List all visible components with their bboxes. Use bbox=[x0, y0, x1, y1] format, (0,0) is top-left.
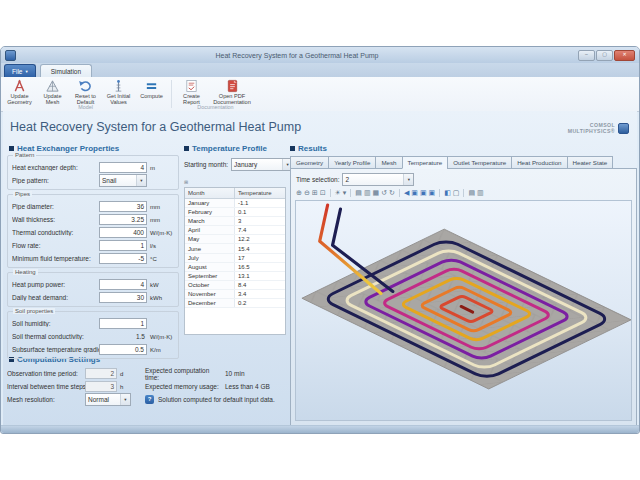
pipe-diameter-input[interactable]: 36 bbox=[99, 201, 147, 212]
heat-pump-power-input[interactable]: 4 bbox=[99, 279, 147, 290]
show-grid-icon[interactable]: ▣ bbox=[411, 189, 418, 197]
wall-thickness-input[interactable]: 3.25 bbox=[99, 214, 147, 225]
transparency-icon[interactable]: ▢ bbox=[453, 189, 460, 197]
temperature-cell[interactable]: 16.5 bbox=[235, 264, 285, 270]
reset-to-default-button[interactable]: Reset to Default bbox=[69, 78, 102, 106]
ribbon-group-label: Model bbox=[3, 104, 168, 110]
section-bullet-icon bbox=[184, 146, 189, 151]
temperature-cell[interactable]: 15.4 bbox=[235, 246, 285, 252]
toolbar-separator bbox=[350, 189, 351, 197]
ribbon-group-label: Documentation bbox=[175, 104, 256, 110]
pipe-pattern-select[interactable]: Snail▾ bbox=[99, 174, 147, 187]
view-zx-icon[interactable]: ▦ bbox=[373, 189, 380, 197]
month-cell: March bbox=[185, 217, 235, 225]
expected-memory-usage-value: Less than 4 GB bbox=[225, 383, 270, 390]
group-heating: HeatingHeat pump power:4kWDaily heat dem… bbox=[7, 272, 179, 307]
mesh-resolution-select[interactable]: Normal▾ bbox=[85, 393, 131, 406]
thermal-conductivity-input[interactable]: 400 bbox=[99, 227, 147, 238]
temperature-cell[interactable]: 0.1 bbox=[235, 209, 285, 215]
temperature-cell[interactable]: 17 bbox=[235, 255, 285, 261]
tab-simulation[interactable]: Simulation bbox=[40, 64, 92, 77]
field-row-thermal-conductivity: Thermal conductivity:400W/(m·K) bbox=[12, 226, 174, 239]
snapshot-icon[interactable]: ▤ bbox=[468, 189, 475, 197]
unit-label: kWh bbox=[147, 295, 174, 301]
window-controls: –▢✕ bbox=[578, 50, 635, 61]
app-icon bbox=[5, 50, 16, 61]
titlebar: Heat Recovery System for a Geothermal He… bbox=[1, 47, 639, 63]
field-row-mesh-resolution: Mesh resolution:Normal▾ bbox=[7, 393, 145, 406]
time-selection-label: Time selection: bbox=[296, 176, 339, 183]
rotate-ccw-icon[interactable]: ↺ bbox=[381, 189, 387, 197]
view-xy-icon[interactable]: ▤ bbox=[355, 189, 362, 197]
select-frame-icon[interactable]: ◧ bbox=[444, 189, 451, 197]
field-row-minimum-fluid-temperature: Minimum fluid temperature:-5°C bbox=[12, 252, 174, 265]
temperature-cell[interactable]: 7.4 bbox=[235, 227, 285, 233]
field-row-wall-thickness: Wall thickness:3.25mm bbox=[12, 213, 174, 226]
month-cell: November bbox=[185, 290, 235, 298]
computation-info: Expected computation time: 10 min Expect… bbox=[145, 367, 270, 393]
minimize-button[interactable]: – bbox=[578, 50, 595, 61]
ribbon-group-model: Update Geometry Update Mesh bbox=[3, 78, 168, 111]
file-menu-button[interactable]: File ▾ bbox=[4, 64, 36, 77]
default-view-icon[interactable]: ◀ bbox=[404, 189, 409, 197]
get-initial-values-button[interactable]: Get Initial Values bbox=[102, 78, 135, 106]
temperature-cell[interactable]: 12.2 bbox=[235, 236, 285, 242]
zoom-box-icon[interactable]: ⊡ bbox=[320, 189, 326, 197]
field-label: Heat pump power: bbox=[12, 281, 99, 288]
daily-heat-demand-input[interactable]: 30 bbox=[99, 292, 147, 303]
close-button[interactable]: ✕ bbox=[614, 50, 635, 61]
group-label: Soil properties bbox=[13, 308, 55, 314]
update-geometry-button[interactable]: Update Geometry bbox=[3, 78, 36, 106]
temperature-cell[interactable]: 3.4 bbox=[235, 291, 285, 297]
ribbon-separator bbox=[171, 80, 172, 108]
field-label: Pipe pattern: bbox=[12, 177, 99, 184]
compute-button[interactable]: Compute bbox=[135, 78, 168, 106]
temperature-cell[interactable]: 3 bbox=[235, 218, 285, 224]
temperature-cell[interactable]: -1.1 bbox=[235, 200, 285, 206]
open-pdf-documentation-button[interactable]: Open PDF Documentation bbox=[208, 78, 256, 106]
field-label: Soil thermal conductivity: bbox=[12, 333, 99, 340]
group-label: Heating bbox=[13, 269, 38, 275]
show-axes-icon[interactable]: ▣ bbox=[420, 189, 427, 197]
expected-computation-time-value: 10 min bbox=[225, 370, 245, 377]
maximize-button[interactable]: ▢ bbox=[596, 50, 613, 61]
view-yz-icon[interactable]: ▥ bbox=[364, 189, 371, 197]
rotate-cw-icon[interactable]: ↻ bbox=[389, 189, 395, 197]
minimum-fluid-temperature-input[interactable]: -5 bbox=[99, 253, 147, 264]
app-window: Heat Recovery System for a Geothermal He… bbox=[0, 46, 640, 434]
chevron-down-icon: ▾ bbox=[120, 394, 130, 405]
field-label: Heat exchanger depth: bbox=[12, 164, 99, 171]
create-report-button[interactable]: Create Report bbox=[175, 78, 208, 106]
scene-light-caret-icon[interactable]: ▾ bbox=[343, 189, 347, 197]
zoom-out-icon[interactable]: ⊖ bbox=[304, 189, 310, 197]
temperature-cell[interactable]: 13.1 bbox=[235, 273, 285, 279]
table-row: March3 bbox=[185, 217, 285, 226]
heat-exchanger-depth-input[interactable]: 4 bbox=[99, 162, 147, 173]
section-temperature-profile: Temperature Profile bbox=[184, 144, 267, 153]
zoom-in-icon[interactable]: ⊕ bbox=[296, 189, 302, 197]
table-corner-icon: ⊞ bbox=[184, 179, 188, 185]
subsurface-temperature-gradient-input[interactable]: 0.5 bbox=[99, 344, 147, 355]
graphics-canvas[interactable] bbox=[295, 200, 632, 421]
zoom-extents-icon[interactable]: ⊞ bbox=[312, 189, 318, 197]
field-row-pipe-diameter: Pipe diameter:36mm bbox=[12, 200, 174, 213]
unit-label: mm bbox=[147, 204, 174, 210]
tab-temperature[interactable]: Temperature bbox=[402, 156, 448, 169]
show-axis-orientation-icon[interactable]: ▣ bbox=[429, 189, 436, 197]
unit-label: W/(m·K) bbox=[147, 230, 174, 236]
help-icon[interactable]: ? bbox=[145, 395, 154, 404]
soil-humidity-input[interactable]: 1 bbox=[99, 318, 147, 329]
scene-light-icon[interactable]: ☀ bbox=[335, 189, 341, 197]
flow-rate-input[interactable]: 1 bbox=[99, 240, 147, 251]
chevron-down-icon: ▾ bbox=[25, 69, 27, 74]
field-label: Subsurface temperature gradient: bbox=[12, 346, 99, 353]
starting-month-select[interactable]: January ▾ bbox=[231, 158, 293, 171]
heat-exchanger-groups: PatternHeat exchanger depth:4mPipe patte… bbox=[7, 155, 179, 363]
temperature-cell[interactable]: 8.4 bbox=[235, 282, 285, 288]
print-icon[interactable]: ▥ bbox=[477, 189, 484, 197]
time-selection-select[interactable]: 2 ▾ bbox=[342, 173, 414, 186]
table-row: November3.4 bbox=[185, 290, 285, 299]
group-label: Pipes bbox=[13, 191, 32, 197]
temperature-cell[interactable]: 0.2 bbox=[235, 300, 285, 306]
update-mesh-button[interactable]: Update Mesh bbox=[36, 78, 69, 106]
